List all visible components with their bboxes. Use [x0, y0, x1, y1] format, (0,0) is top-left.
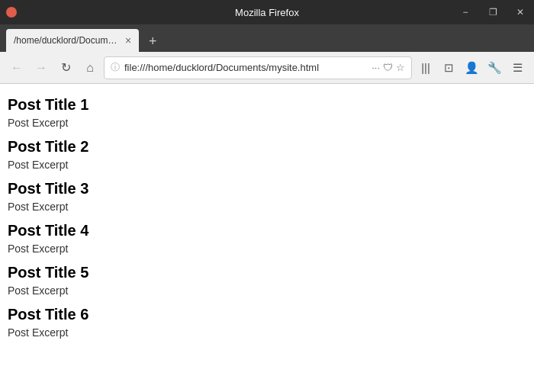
bookmarks-button[interactable]: |||: [415, 57, 436, 79]
account-button[interactable]: 👤: [461, 57, 482, 79]
post-excerpt: Post Excerpt: [8, 243, 526, 255]
new-tab-button[interactable]: +: [142, 31, 163, 52]
post-title[interactable]: Post Title 5: [8, 264, 526, 281]
forward-button[interactable]: →: [31, 57, 52, 79]
post-item: Post Title 1Post Excerpt: [8, 96, 526, 129]
toolbar: ← → ↻ ⌂ ⓘ file:///home/ducklord/Document…: [0, 52, 534, 84]
post-title[interactable]: Post Title 1: [8, 96, 526, 114]
menu-button[interactable]: ☰: [507, 57, 528, 79]
titlebar: Mozilla Firefox − ❐ ✕: [0, 0, 534, 24]
toolbar-icons: ||| ⊡ 👤 🔧 ☰: [415, 57, 528, 79]
page-content: Post Title 1Post ExcerptPost Title 2Post…: [0, 84, 534, 392]
post-title[interactable]: Post Title 4: [8, 222, 526, 239]
restore-button[interactable]: ❐: [479, 0, 507, 24]
minimize-button[interactable]: −: [452, 0, 479, 24]
titlebar-controls: − ❐ ✕: [452, 0, 534, 24]
tab-close-button[interactable]: ×: [125, 35, 131, 46]
shield-icon[interactable]: 🛡: [383, 62, 393, 73]
titlebar-title: Mozilla Firefox: [235, 7, 299, 18]
post-excerpt: Post Excerpt: [8, 326, 526, 339]
post-title[interactable]: Post Title 2: [8, 138, 526, 156]
post-title[interactable]: Post Title 6: [8, 306, 526, 323]
post-item: Post Title 5Post Excerpt: [8, 264, 526, 297]
close-button[interactable]: [6, 7, 17, 18]
tabbar: /home/ducklord/Documen... × +: [0, 24, 534, 52]
security-icon: ⓘ: [111, 61, 120, 74]
post-title[interactable]: Post Title 3: [8, 180, 526, 198]
post-item: Post Title 2Post Excerpt: [8, 138, 526, 171]
bookmark-icon[interactable]: ☆: [396, 62, 405, 73]
back-button[interactable]: ←: [6, 57, 27, 79]
extensions-button[interactable]: 🔧: [484, 57, 505, 79]
address-text: file:///home/ducklord/Documents/mysite.h…: [124, 62, 367, 73]
post-excerpt: Post Excerpt: [8, 201, 526, 213]
post-item: Post Title 6Post Excerpt: [8, 306, 526, 339]
post-item: Post Title 3Post Excerpt: [8, 180, 526, 213]
post-excerpt: Post Excerpt: [8, 117, 526, 129]
address-bar[interactable]: ⓘ file:///home/ducklord/Documents/mysite…: [104, 56, 412, 79]
address-bar-icons: ··· 🛡 ☆: [372, 62, 405, 73]
home-button[interactable]: ⌂: [79, 57, 101, 79]
sync-button[interactable]: ⊡: [438, 57, 459, 79]
more-icon[interactable]: ···: [372, 62, 380, 73]
tab-label: /home/ducklord/Documen...: [14, 35, 121, 46]
browser-tab[interactable]: /home/ducklord/Documen... ×: [6, 29, 139, 52]
post-excerpt: Post Excerpt: [8, 159, 526, 171]
post-item: Post Title 4Post Excerpt: [8, 222, 526, 255]
reload-button[interactable]: ↻: [55, 57, 76, 79]
post-excerpt: Post Excerpt: [8, 284, 526, 297]
close-window-button[interactable]: ✕: [507, 0, 534, 24]
